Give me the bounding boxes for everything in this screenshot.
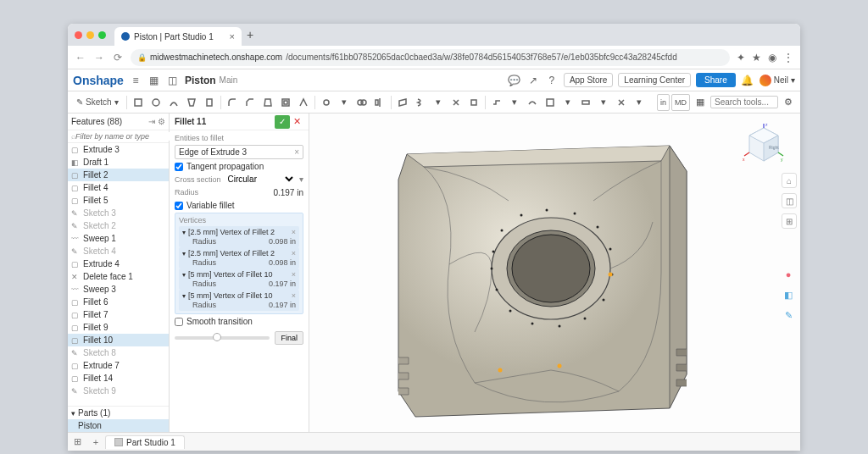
modify-tool[interactable] bbox=[465, 94, 482, 111]
window-controls[interactable] bbox=[75, 31, 106, 39]
extension-icon[interactable]: ✦ bbox=[737, 52, 745, 64]
plane-tool[interactable] bbox=[394, 94, 411, 111]
helix-tool[interactable] bbox=[412, 94, 429, 111]
part-studio-tab[interactable]: Part Studio 1 bbox=[105, 435, 185, 449]
more-tool[interactable]: ▾ bbox=[595, 94, 612, 111]
feature-item[interactable]: ✎Sketch 8 bbox=[68, 346, 169, 359]
close-window-icon[interactable] bbox=[75, 31, 82, 39]
remove-vertex-icon[interactable]: × bbox=[292, 270, 296, 279]
reload-icon[interactable]: ⟳ bbox=[112, 52, 124, 64]
feature-item[interactable]: ▢Fillet 4 bbox=[68, 181, 169, 194]
feature-item[interactable]: ▢Fillet 9 bbox=[68, 321, 169, 334]
feature-item[interactable]: 〰Sweep 3 bbox=[68, 283, 169, 296]
part-item[interactable]: Piston bbox=[68, 419, 169, 432]
feature-item[interactable]: ✎Sketch 2 bbox=[68, 219, 169, 232]
parts-header[interactable]: ▾ Parts (1) bbox=[68, 406, 169, 419]
onshape-logo[interactable]: Onshape bbox=[73, 74, 124, 87]
feature-item[interactable]: ▢Extrude 3 bbox=[68, 143, 169, 156]
grid-icon[interactable]: ▦ bbox=[692, 94, 709, 111]
collab-cursor-icon[interactable]: ● bbox=[780, 266, 797, 283]
remove-vertex-icon[interactable]: × bbox=[292, 249, 296, 257]
model-canvas[interactable]: Right z x y ⌂ ◫ ⊞ ● ◧ ✎ bbox=[309, 114, 800, 432]
piston-model[interactable] bbox=[356, 120, 721, 432]
radius-value[interactable]: 0.197 in bbox=[273, 188, 303, 197]
tangent-checkbox[interactable]: Tangent propagation bbox=[175, 162, 303, 171]
help-icon[interactable]: ? bbox=[545, 75, 559, 86]
feature-item[interactable]: ▢Fillet 14 bbox=[68, 372, 169, 385]
vertex-item[interactable]: ▾[5 mm] Vertex of Fillet 10×Radius0.197 … bbox=[179, 290, 299, 311]
app-store-button[interactable]: App Store bbox=[564, 73, 613, 87]
cross-section-select[interactable]: Circular bbox=[225, 174, 296, 185]
section-view-icon[interactable]: ◫ bbox=[782, 193, 797, 208]
flange-tool[interactable]: ▾ bbox=[506, 94, 523, 111]
draft-tool[interactable] bbox=[259, 94, 276, 111]
bell-icon[interactable]: 🔔 bbox=[741, 75, 754, 86]
user-menu[interactable]: Neil ▾ bbox=[760, 75, 795, 86]
view-cube[interactable]: Right z x y bbox=[743, 124, 785, 166]
feature-item[interactable]: ▢Fillet 5 bbox=[68, 194, 169, 207]
feature-item[interactable]: ▢Fillet 7 bbox=[68, 308, 169, 321]
cube-icon[interactable]: ◫ bbox=[166, 75, 180, 86]
hamburger-icon[interactable]: ≡ bbox=[129, 75, 142, 86]
pattern-tool[interactable]: ▾ bbox=[336, 94, 353, 111]
boolean-tool[interactable] bbox=[353, 94, 370, 111]
fillet-tool[interactable] bbox=[224, 94, 241, 111]
feature-filter-input[interactable] bbox=[75, 132, 172, 141]
sketch-tool[interactable]: ✎ Sketch ▾ bbox=[71, 94, 124, 111]
composite-tool[interactable] bbox=[577, 94, 594, 111]
remove-vertex-icon[interactable]: × bbox=[292, 291, 296, 300]
feature-item[interactable]: ✎Sketch 3 bbox=[68, 207, 169, 219]
sheetmetal-tool[interactable] bbox=[488, 94, 505, 111]
revolve-tool[interactable] bbox=[147, 94, 164, 111]
extrude-tool[interactable] bbox=[130, 94, 147, 111]
sweep-tool[interactable] bbox=[165, 94, 182, 111]
feature-item[interactable]: 〰Sweep 1 bbox=[68, 232, 169, 245]
search-tools-input[interactable] bbox=[710, 96, 778, 108]
browser-tab[interactable]: Piston | Part Studio 1 × bbox=[114, 27, 242, 46]
toggle-view-icon[interactable]: ⊞ bbox=[782, 213, 797, 229]
transform-tool[interactable]: ▾ bbox=[430, 94, 447, 111]
profile-icon[interactable]: ◉ bbox=[768, 52, 776, 64]
mirror-tool[interactable] bbox=[371, 94, 388, 111]
variable-tool[interactable] bbox=[613, 94, 630, 111]
rib-tool[interactable] bbox=[295, 94, 312, 111]
hole-tool[interactable] bbox=[318, 94, 335, 111]
feature-item[interactable]: ✎Sketch 4 bbox=[68, 245, 169, 257]
vertex-item[interactable]: ▾[2.5 mm] Vertex of Fillet 2×Radius0.098… bbox=[179, 247, 299, 269]
loft-tool[interactable] bbox=[183, 94, 200, 111]
cancel-button[interactable]: ✕ bbox=[290, 116, 303, 127]
maximize-window-icon[interactable] bbox=[98, 31, 106, 39]
feature-item[interactable]: ✕Delete face 1 bbox=[68, 270, 169, 283]
units-display[interactable]: in bbox=[657, 94, 670, 111]
document-menu-icon[interactable]: ▦ bbox=[147, 75, 161, 86]
final-button[interactable]: Final bbox=[275, 331, 303, 345]
feature-item[interactable]: ▢Fillet 10 bbox=[68, 334, 169, 346]
share-button[interactable]: Share bbox=[696, 73, 736, 87]
feature-item[interactable]: ▢Fillet 6 bbox=[68, 296, 169, 308]
collab-comment-icon[interactable]: ✎ bbox=[780, 307, 797, 324]
new-tab-button[interactable]: + bbox=[242, 28, 259, 42]
forward-icon[interactable]: → bbox=[93, 52, 105, 64]
close-tab-icon[interactable]: × bbox=[230, 31, 235, 42]
feature-item[interactable]: ◧Draft 1 bbox=[68, 156, 169, 169]
collab-measure-icon[interactable]: ◧ bbox=[780, 286, 797, 303]
confirm-button[interactable]: ✓ bbox=[275, 115, 290, 129]
back-icon[interactable]: ← bbox=[75, 52, 86, 64]
chat-icon[interactable]: 💬 bbox=[508, 75, 521, 86]
feature-item[interactable]: ▢Extrude 7 bbox=[68, 359, 169, 372]
vertex-item[interactable]: ▾[5 mm] Vertex of Fillet 10×Radius0.197 … bbox=[179, 269, 299, 290]
notify-icon[interactable]: ↗ bbox=[526, 75, 540, 86]
document-title[interactable]: Piston Main bbox=[185, 75, 237, 86]
vertex-item[interactable]: ▾[2.5 mm] Vertex of Fillet 2×Radius0.098… bbox=[179, 226, 299, 247]
chamfer-tool[interactable] bbox=[242, 94, 259, 111]
features-list[interactable]: ▢Extrude 3◧Draft 1▢Fillet 2▢Fillet 4▢Fil… bbox=[68, 143, 169, 406]
minimize-window-icon[interactable] bbox=[86, 31, 94, 39]
mass-display[interactable]: MD bbox=[671, 94, 690, 111]
entity-selection[interactable]: Edge of Extrude 3 × bbox=[175, 145, 303, 159]
delete-tool[interactable] bbox=[448, 94, 465, 111]
url-input[interactable]: 🔒 midwestmachinetech.onshape.com/documen… bbox=[131, 49, 730, 66]
thicken-tool[interactable] bbox=[201, 94, 218, 111]
star-icon[interactable]: ★ bbox=[752, 52, 761, 64]
feature-item[interactable]: ✎Sketch 9 bbox=[68, 385, 169, 397]
rollback-icon[interactable]: ⇥ bbox=[148, 117, 155, 126]
